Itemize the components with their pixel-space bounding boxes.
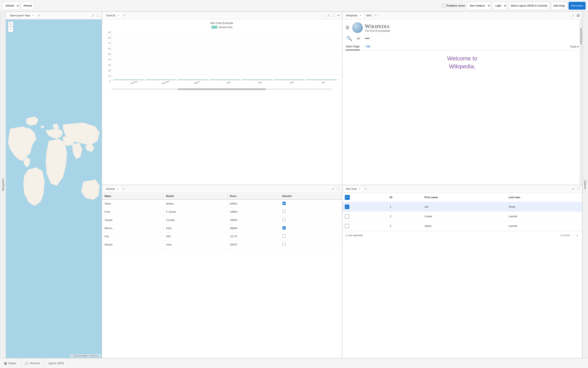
cell-price: 48890 [227, 224, 280, 232]
cell-model: Juke [164, 240, 227, 248]
wikipedia-add-tab[interactable]: + [374, 13, 378, 18]
cell-price: 20675 [227, 240, 280, 248]
wiki-welcome-line2: Wikipedia, [449, 63, 475, 70]
muigrid-add-tab[interactable]: + [364, 187, 368, 191]
cell-make: Fiat [102, 232, 164, 240]
options-sidebar[interactable]: Options [582, 11, 588, 358]
wikipedia-close[interactable]: ✕ [359, 14, 362, 17]
electric-checkbox[interactable] [282, 226, 286, 230]
layout-json-tab[interactable]: Layout JSON [44, 358, 68, 368]
aggrid-expand-icon[interactable]: ⛶ [336, 187, 340, 191]
muigrid-select-all[interactable] [345, 195, 350, 200]
wiki-logo-text: WIKIPEDIA The Free Encyclopedia [365, 23, 390, 32]
mui-tab[interactable]: MUI [364, 13, 374, 18]
output-tab[interactable]: ▦ Output [0, 358, 20, 368]
cell-model: Model... [164, 199, 227, 208]
chartjs-expand-icon[interactable]: ⛶ [331, 13, 335, 18]
wiki-globe-icon [352, 22, 363, 33]
cell-make: Merce... [102, 224, 164, 232]
size-select[interactable]: Size medium [467, 2, 491, 10]
add-active-button[interactable]: Add Active [569, 2, 586, 10]
chart-scrollbar[interactable] [111, 88, 333, 90]
muigrid-cell-last: Lannist [506, 212, 582, 221]
zoom-out-button[interactable]: − [8, 27, 13, 32]
chart-yaxis: 0 10 20 30 40 50 60 70 80 90 [105, 30, 111, 88]
muigrid-row-check [342, 221, 387, 231]
aggrid-tab[interactable]: AGGrid ✕ [104, 187, 121, 191]
main-layout: Navigation OpenLayers Map ✕ + ⤢ ⛶ [0, 11, 588, 358]
wiki-main: Welcome to Wikipedia, [342, 50, 582, 74]
chart-scrollbar-thumb[interactable] [178, 88, 266, 90]
wiki-more-icon[interactable]: ••• [365, 36, 370, 41]
muigrid-range: 1–5 of 9 [560, 234, 570, 237]
chartjs-header: ChartJS ✕ + ⤢ ⛶ ✦ [102, 12, 342, 19]
aggrid-title: AGGrid [106, 187, 115, 190]
chartjs-close[interactable]: ✕ [117, 14, 120, 17]
wiki-logo-title: WIKIPEDIA [365, 23, 390, 29]
muigrid-cell-id: 3 [387, 221, 422, 231]
realtime-resize-label: Realtime resize [442, 4, 465, 7]
electric-checkbox[interactable] [282, 210, 286, 213]
cell-model: Corolla [164, 216, 227, 224]
expand-icon[interactable]: ⛶ [96, 13, 100, 18]
aggrid-popout-icon[interactable]: ⤢ [331, 187, 335, 191]
openlayers-add-tab[interactable]: + [37, 13, 41, 18]
wiki-scrollbar-thumb[interactable] [580, 28, 582, 44]
wiki-welcome-line1: Welcome to [447, 55, 477, 62]
wiki-search-icon[interactable]: 🔍 [346, 36, 352, 41]
electric-checkbox[interactable] [282, 234, 286, 238]
cell-electric [280, 208, 342, 216]
openlayers-close[interactable]: ✕ [31, 14, 35, 17]
chartjs-add-tab[interactable]: + [122, 13, 127, 18]
chartjs-popout-icon[interactable]: ⤢ [326, 13, 330, 18]
muigrid-cell-last: Snow [506, 202, 582, 212]
muigrid-checkbox-2[interactable] [345, 214, 349, 219]
wiki-actions: 🔍 ∞ ••• [342, 36, 582, 43]
default-select[interactable]: Default [2, 2, 20, 10]
chartjs-tab[interactable]: ChartJS ✕ [104, 13, 122, 18]
muigrid-col-id: ID [387, 193, 422, 202]
wiki-scrollbar[interactable] [580, 19, 582, 185]
muigrid-prev-button[interactable]: ‹ [571, 233, 574, 238]
wikipedia-header: Wikipedia ✕ MUI + ⤢ ⛶ [342, 12, 582, 19]
aggrid-close[interactable]: ✕ [116, 187, 119, 190]
muigrid-expand-icon[interactable]: ⛶ [576, 187, 580, 191]
muigrid-table: ID First name Last nam 1 Jon Snow [342, 193, 582, 231]
aggrid-content: Make Model Price Electric Tesla Model...… [102, 193, 342, 358]
wiki-tools-menu[interactable]: Tools ▾ [570, 45, 579, 48]
map-content[interactable]: + − [6, 19, 102, 358]
electric-checkbox[interactable] [282, 218, 286, 221]
muigrid-close[interactable]: ✕ [358, 187, 362, 190]
aggrid-add-tab[interactable]: + [121, 187, 126, 191]
muigrid-popout-icon[interactable]: ⤢ [571, 187, 575, 191]
muigrid-cell-first: Cersei [422, 212, 506, 221]
muigrid-cell-last: Lannist [506, 221, 582, 231]
zoom-in-button[interactable]: + [8, 21, 13, 27]
side-navigation[interactable]: Navigation [0, 11, 6, 358]
muigrid-checkbox-3[interactable] [345, 224, 349, 228]
muigrid-checkbox-1[interactable] [345, 204, 349, 209]
muigrid-next-button[interactable]: › [576, 233, 579, 238]
wikipedia-tab[interactable]: Wikipedia ✕ [344, 13, 364, 18]
openlayers-title: OpenLayers Map [10, 14, 30, 17]
gear-icon[interactable]: ⚙ [574, 12, 582, 19]
add-drag-button[interactable]: Add Drag [551, 2, 567, 10]
popout-icon[interactable]: ⤢ [91, 13, 95, 18]
muigrid-tab[interactable]: MUI Grid ✕ [344, 187, 364, 191]
wiki-header: ☰ WIKIPEDIA The Free Encyclopedia [342, 19, 582, 36]
chartjs-star-icon[interactable]: ✦ [337, 13, 340, 18]
chartjs-title: ChartJS [106, 14, 115, 17]
reload-button[interactable]: Reload [21, 2, 34, 10]
wiki-infinity-icon[interactable]: ∞ [357, 36, 360, 41]
theme-select[interactable]: Light [492, 2, 507, 10]
electric-checkbox[interactable] [282, 202, 286, 205]
wiki-hamburger-icon[interactable]: ☰ [346, 25, 349, 30]
openlayers-panel-icons: ⤢ ⛶ [91, 13, 100, 18]
terminal-tab[interactable]: ⬜ Terminal [20, 358, 44, 368]
show-json-button[interactable]: Show Layout JSON in Console [508, 2, 549, 10]
electric-checkbox[interactable] [282, 243, 286, 246]
openlayers-tab[interactable]: OpenLayers Map ✕ [8, 13, 37, 18]
wiki-tab-talk[interactable]: Talk [365, 43, 371, 50]
realtime-resize-checkbox[interactable] [442, 4, 445, 7]
wiki-tab-main[interactable]: Main Page [346, 43, 360, 50]
